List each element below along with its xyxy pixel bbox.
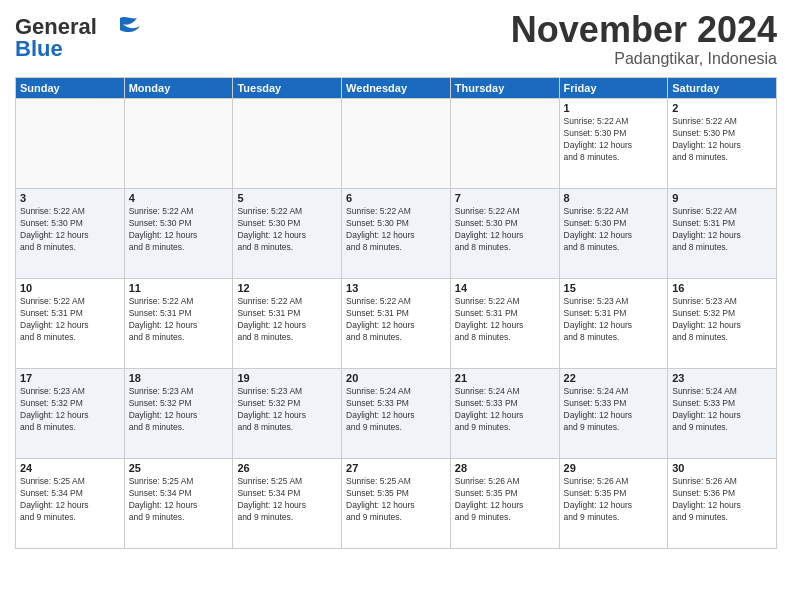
- day-number: 8: [564, 192, 664, 204]
- weekday-header-row: SundayMondayTuesdayWednesdayThursdayFrid…: [16, 78, 777, 99]
- calendar-day-cell: 7Sunrise: 5:22 AM Sunset: 5:30 PM Daylig…: [450, 189, 559, 279]
- day-info: Sunrise: 5:22 AM Sunset: 5:30 PM Dayligh…: [455, 206, 555, 254]
- calendar-day-cell: 17Sunrise: 5:23 AM Sunset: 5:32 PM Dayli…: [16, 369, 125, 459]
- day-number: 29: [564, 462, 664, 474]
- day-number: 12: [237, 282, 337, 294]
- calendar-day-cell: 26Sunrise: 5:25 AM Sunset: 5:34 PM Dayli…: [233, 459, 342, 549]
- calendar-week-row: 24Sunrise: 5:25 AM Sunset: 5:34 PM Dayli…: [16, 459, 777, 549]
- day-info: Sunrise: 5:23 AM Sunset: 5:32 PM Dayligh…: [129, 386, 229, 434]
- calendar-header: General Blue November 2024 Padangtikar, …: [15, 10, 777, 69]
- calendar-week-row: 10Sunrise: 5:22 AM Sunset: 5:31 PM Dayli…: [16, 279, 777, 369]
- calendar-day-cell: 2Sunrise: 5:22 AM Sunset: 5:30 PM Daylig…: [668, 99, 777, 189]
- day-info: Sunrise: 5:26 AM Sunset: 5:36 PM Dayligh…: [672, 476, 772, 524]
- location: Padangtikar, Indonesia: [511, 50, 777, 68]
- calendar-day-cell: 22Sunrise: 5:24 AM Sunset: 5:33 PM Dayli…: [559, 369, 668, 459]
- day-info: Sunrise: 5:24 AM Sunset: 5:33 PM Dayligh…: [346, 386, 446, 434]
- day-number: 13: [346, 282, 446, 294]
- calendar-day-cell: 28Sunrise: 5:26 AM Sunset: 5:35 PM Dayli…: [450, 459, 559, 549]
- day-info: Sunrise: 5:22 AM Sunset: 5:30 PM Dayligh…: [346, 206, 446, 254]
- page-container: General Blue November 2024 Padangtikar, …: [0, 0, 792, 554]
- day-info: Sunrise: 5:25 AM Sunset: 5:35 PM Dayligh…: [346, 476, 446, 524]
- calendar-week-row: 3Sunrise: 5:22 AM Sunset: 5:30 PM Daylig…: [16, 189, 777, 279]
- weekday-header: Friday: [559, 78, 668, 99]
- calendar-day-cell: 14Sunrise: 5:22 AM Sunset: 5:31 PM Dayli…: [450, 279, 559, 369]
- day-info: Sunrise: 5:26 AM Sunset: 5:35 PM Dayligh…: [564, 476, 664, 524]
- calendar-day-cell: 25Sunrise: 5:25 AM Sunset: 5:34 PM Dayli…: [124, 459, 233, 549]
- day-info: Sunrise: 5:22 AM Sunset: 5:31 PM Dayligh…: [20, 296, 120, 344]
- day-info: Sunrise: 5:23 AM Sunset: 5:32 PM Dayligh…: [237, 386, 337, 434]
- calendar-day-cell: 15Sunrise: 5:23 AM Sunset: 5:31 PM Dayli…: [559, 279, 668, 369]
- day-info: Sunrise: 5:26 AM Sunset: 5:35 PM Dayligh…: [455, 476, 555, 524]
- day-number: 28: [455, 462, 555, 474]
- calendar-day-cell: 23Sunrise: 5:24 AM Sunset: 5:33 PM Dayli…: [668, 369, 777, 459]
- day-number: 10: [20, 282, 120, 294]
- day-number: 6: [346, 192, 446, 204]
- day-info: Sunrise: 5:22 AM Sunset: 5:31 PM Dayligh…: [455, 296, 555, 344]
- day-number: 22: [564, 372, 664, 384]
- calendar-day-cell: 20Sunrise: 5:24 AM Sunset: 5:33 PM Dayli…: [342, 369, 451, 459]
- calendar-week-row: 17Sunrise: 5:23 AM Sunset: 5:32 PM Dayli…: [16, 369, 777, 459]
- day-info: Sunrise: 5:22 AM Sunset: 5:31 PM Dayligh…: [129, 296, 229, 344]
- weekday-header: Monday: [124, 78, 233, 99]
- weekday-header: Wednesday: [342, 78, 451, 99]
- day-number: 25: [129, 462, 229, 474]
- title-section: November 2024 Padangtikar, Indonesia: [511, 10, 777, 68]
- day-info: Sunrise: 5:22 AM Sunset: 5:30 PM Dayligh…: [129, 206, 229, 254]
- day-number: 2: [672, 102, 772, 114]
- calendar-day-cell: 6Sunrise: 5:22 AM Sunset: 5:30 PM Daylig…: [342, 189, 451, 279]
- day-number: 1: [564, 102, 664, 114]
- day-info: Sunrise: 5:25 AM Sunset: 5:34 PM Dayligh…: [237, 476, 337, 524]
- calendar-week-row: 1Sunrise: 5:22 AM Sunset: 5:30 PM Daylig…: [16, 99, 777, 189]
- day-info: Sunrise: 5:22 AM Sunset: 5:31 PM Dayligh…: [672, 206, 772, 254]
- day-info: Sunrise: 5:23 AM Sunset: 5:31 PM Dayligh…: [564, 296, 664, 344]
- calendar-day-cell: 24Sunrise: 5:25 AM Sunset: 5:34 PM Dayli…: [16, 459, 125, 549]
- calendar-day-cell: 27Sunrise: 5:25 AM Sunset: 5:35 PM Dayli…: [342, 459, 451, 549]
- day-number: 15: [564, 282, 664, 294]
- calendar-day-cell: 3Sunrise: 5:22 AM Sunset: 5:30 PM Daylig…: [16, 189, 125, 279]
- day-number: 5: [237, 192, 337, 204]
- calendar-day-cell: 21Sunrise: 5:24 AM Sunset: 5:33 PM Dayli…: [450, 369, 559, 459]
- calendar-day-cell: 12Sunrise: 5:22 AM Sunset: 5:31 PM Dayli…: [233, 279, 342, 369]
- day-number: 9: [672, 192, 772, 204]
- day-number: 11: [129, 282, 229, 294]
- day-info: Sunrise: 5:22 AM Sunset: 5:31 PM Dayligh…: [346, 296, 446, 344]
- weekday-header: Saturday: [668, 78, 777, 99]
- calendar-day-cell: [342, 99, 451, 189]
- day-info: Sunrise: 5:22 AM Sunset: 5:30 PM Dayligh…: [20, 206, 120, 254]
- calendar-table: SundayMondayTuesdayWednesdayThursdayFrid…: [15, 77, 777, 549]
- day-number: 7: [455, 192, 555, 204]
- weekday-header: Thursday: [450, 78, 559, 99]
- calendar-day-cell: 29Sunrise: 5:26 AM Sunset: 5:35 PM Dayli…: [559, 459, 668, 549]
- day-info: Sunrise: 5:24 AM Sunset: 5:33 PM Dayligh…: [672, 386, 772, 434]
- logo-text: General Blue: [15, 10, 145, 69]
- calendar-day-cell: 13Sunrise: 5:22 AM Sunset: 5:31 PM Dayli…: [342, 279, 451, 369]
- day-number: 3: [20, 192, 120, 204]
- day-number: 18: [129, 372, 229, 384]
- calendar-day-cell: [16, 99, 125, 189]
- day-number: 26: [237, 462, 337, 474]
- day-info: Sunrise: 5:24 AM Sunset: 5:33 PM Dayligh…: [564, 386, 664, 434]
- day-number: 20: [346, 372, 446, 384]
- calendar-day-cell: 9Sunrise: 5:22 AM Sunset: 5:31 PM Daylig…: [668, 189, 777, 279]
- calendar-day-cell: 10Sunrise: 5:22 AM Sunset: 5:31 PM Dayli…: [16, 279, 125, 369]
- calendar-day-cell: 8Sunrise: 5:22 AM Sunset: 5:30 PM Daylig…: [559, 189, 668, 279]
- day-number: 19: [237, 372, 337, 384]
- day-number: 30: [672, 462, 772, 474]
- day-number: 16: [672, 282, 772, 294]
- svg-text:Blue: Blue: [15, 36, 63, 61]
- calendar-day-cell: 4Sunrise: 5:22 AM Sunset: 5:30 PM Daylig…: [124, 189, 233, 279]
- calendar-day-cell: [450, 99, 559, 189]
- day-info: Sunrise: 5:22 AM Sunset: 5:31 PM Dayligh…: [237, 296, 337, 344]
- day-number: 17: [20, 372, 120, 384]
- day-number: 4: [129, 192, 229, 204]
- day-number: 24: [20, 462, 120, 474]
- calendar-day-cell: 5Sunrise: 5:22 AM Sunset: 5:30 PM Daylig…: [233, 189, 342, 279]
- day-number: 21: [455, 372, 555, 384]
- day-number: 14: [455, 282, 555, 294]
- day-info: Sunrise: 5:25 AM Sunset: 5:34 PM Dayligh…: [20, 476, 120, 524]
- day-number: 23: [672, 372, 772, 384]
- weekday-header: Sunday: [16, 78, 125, 99]
- calendar-day-cell: 16Sunrise: 5:23 AM Sunset: 5:32 PM Dayli…: [668, 279, 777, 369]
- day-info: Sunrise: 5:22 AM Sunset: 5:30 PM Dayligh…: [564, 116, 664, 164]
- calendar-day-cell: [233, 99, 342, 189]
